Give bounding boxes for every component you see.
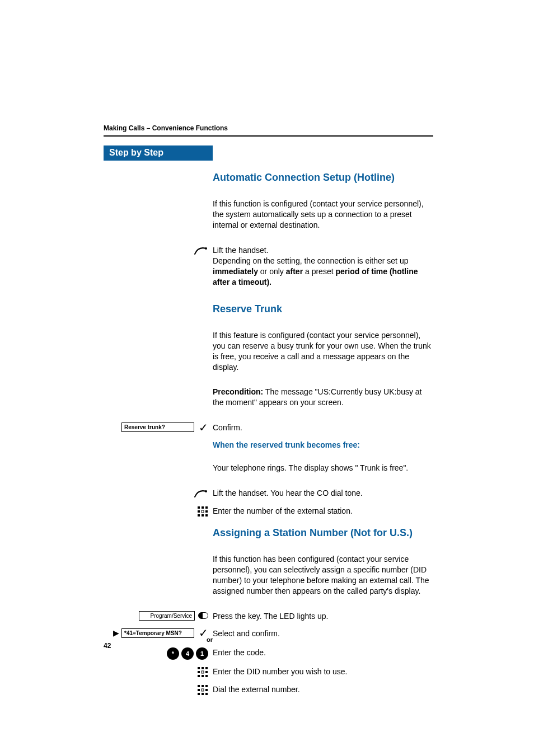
svg-rect-27 [202,693,204,695]
svg-rect-3 [202,506,204,509]
svg-rect-12 [202,667,204,669]
program-service-key: Program/Service [139,611,195,621]
svg-point-0 [205,247,207,250]
svg-rect-18 [202,675,204,677]
step-by-step-heading: Step by Step [104,145,213,161]
code-keys: * 4 1 [167,647,208,660]
check-icon: ✓ [199,424,208,431]
assign-title: Assigning a Station Number (Not for U.S.… [213,526,433,539]
svg-rect-23 [198,689,200,691]
keypad-icon [197,666,208,678]
reserve-enter: Enter the number of the external station… [213,506,433,516]
check-icon: ✓ [199,629,208,637]
hotline-intro: If this function is configured (contact … [213,199,433,231]
hotline-body1: Depending on the setting, the connection… [213,256,408,265]
assign-enter-code: Enter the code. [213,647,433,658]
svg-rect-11 [198,667,200,669]
reserve-display-box: Reserve trunk? [121,422,194,432]
keypad-icon [197,506,208,517]
reserve-precondition: Precondition: The message "US:Currently … [213,387,433,408]
svg-rect-17 [198,675,200,677]
assign-dial-ext: Dial the external number. [213,684,433,695]
hotline-lift-prefix: Lift the handset. [213,246,269,255]
arrow-icon: ▶ [113,628,119,637]
assign-press-key: Press the key. The LED lights up. [213,611,433,622]
svg-rect-14 [198,671,200,673]
reserve-title: Reserve Trunk [213,302,433,316]
svg-rect-15 [202,671,204,673]
key-4: 4 [181,647,194,660]
svg-rect-8 [198,514,200,516]
assign-intro: If this function has been configured (co… [213,554,433,597]
hotline-immediately: immediately [213,267,258,276]
svg-rect-19 [205,675,208,677]
svg-rect-6 [202,510,204,513]
hotline-or-only: or only [258,267,286,276]
svg-point-1 [205,490,207,492]
svg-rect-28 [205,693,208,695]
page-header: Making Calls – Convenience Functions [104,124,433,137]
svg-rect-16 [205,671,208,673]
svg-rect-25 [205,689,208,691]
handset-lift-icon [193,245,208,256]
assign-enter-did: Enter the DID number you wish to use. [213,666,433,677]
led-icon [198,612,208,619]
svg-rect-9 [202,514,204,516]
reserve-sub-heading: When the reserved trunk becomes free: [213,440,433,450]
svg-rect-2 [198,506,200,509]
hotline-preset-text: a preset [303,267,335,276]
svg-rect-7 [205,510,208,513]
hotline-after: after [286,267,303,276]
svg-rect-5 [198,510,200,513]
page-number: 42 [104,642,111,650]
assign-select-confirm: Select and confirm. [213,628,433,639]
svg-rect-20 [198,685,200,687]
handset-lift-icon [193,488,208,499]
key-1: 1 [196,647,208,660]
key-star: * [167,647,179,660]
hotline-title: Automatic Connection Setup (Hotline) [213,171,433,184]
svg-rect-10 [205,514,208,516]
svg-rect-21 [202,685,204,687]
svg-rect-26 [198,693,200,695]
svg-rect-22 [205,685,208,687]
precondition-label: Precondition: [213,387,263,396]
reserve-intro: If this feature is configured (contact y… [213,330,433,373]
svg-rect-24 [202,689,204,691]
keypad-icon [197,684,208,696]
svg-rect-4 [205,506,208,509]
hotline-lift-handset: Lift the handset. Depending on the setti… [213,245,433,288]
temporary-msn-display: *41=Temporary MSN? [121,628,194,638]
reserve-confirm: Confirm. [213,422,433,433]
reserve-lift: Lift the handset. You hear the CO dial t… [213,488,433,499]
svg-rect-13 [205,667,208,669]
reserve-ring: Your telephone rings. The display shows … [213,463,433,473]
